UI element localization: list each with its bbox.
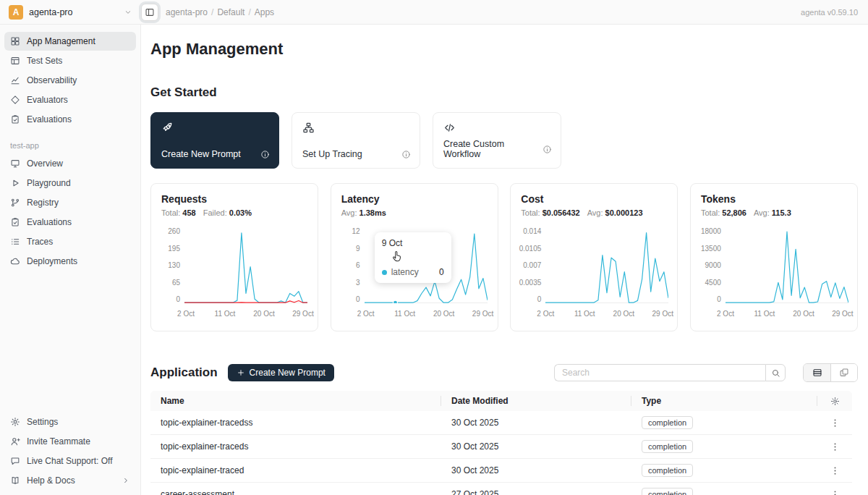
sidebar-item-invite-teammate[interactable]: Invite Teammate — [4, 432, 136, 451]
chart-plot[interactable]: 1296309 Octlatency0 — [341, 228, 488, 306]
sidebar-item-label: Deployments — [27, 256, 77, 266]
x-axis-tick: 20 Oct — [793, 310, 814, 318]
monitor-icon — [10, 158, 20, 169]
chart-plot-svg — [726, 228, 848, 303]
workspace-selector[interactable]: A agenta-pro — [0, 5, 141, 20]
gear-icon — [830, 397, 840, 406]
y-axis-tick: 0 — [537, 296, 542, 303]
sidebar-item-label: Test Sets — [27, 56, 62, 66]
type-cell: completion — [631, 416, 817, 429]
search-input[interactable] — [554, 364, 765, 381]
chart-plot-svg — [545, 228, 668, 303]
y-axis-tick: 0.007 — [523, 262, 541, 269]
chart-plot[interactable]: 260195130650 — [161, 228, 307, 306]
sidebar-item-label: Overview — [27, 158, 63, 169]
sidebar-item-observability[interactable]: Observability — [4, 71, 136, 90]
info-icon-wrap[interactable] — [401, 150, 411, 159]
y-axis-tick: 260 — [168, 228, 180, 235]
date-modified-cell: 30 Oct 2025 — [441, 441, 631, 452]
get-started-card-create-new-prompt[interactable]: Create New Prompt — [150, 112, 279, 169]
plus-icon — [237, 368, 245, 377]
breadcrumb: agenta-pro/Default/Apps — [166, 7, 274, 17]
workspace-avatar: A — [9, 5, 23, 20]
y-axis-tick: 9 — [356, 245, 360, 253]
breadcrumb-item-agenta-pro[interactable]: agenta-pro — [166, 7, 208, 17]
chart-stat: Avg: 1.38ms — [341, 208, 386, 218]
column-settings-button[interactable] — [817, 391, 852, 411]
sidebar-item-help-docs[interactable]: Help & Docs — [4, 471, 136, 490]
chart-stat: Failed: 0.03% — [203, 208, 252, 218]
row-actions-button[interactable] — [817, 489, 852, 495]
table-row-topic-explainer-traced[interactable]: topic-explainer-traced30 Oct 2025complet… — [150, 459, 852, 483]
app-name-cell: topic-explainer-tracedss — [150, 418, 441, 428]
sidebar-item-label: Traces — [27, 237, 53, 247]
x-axis-tick: 2 Oct — [357, 310, 375, 318]
x-axis-tick: 2 Oct — [537, 310, 554, 318]
chart-plot[interactable]: 1800013500900045000 — [701, 228, 847, 306]
sidebar-item-test-sets[interactable]: Test Sets — [4, 51, 136, 70]
card-view-button[interactable] — [830, 364, 857, 381]
chart-plot[interactable]: 0.0140.01050.0070.00350 — [521, 228, 667, 306]
view-toggle — [803, 363, 858, 382]
sidebar-item-evaluations[interactable]: Evaluations — [4, 110, 136, 129]
row-actions-button[interactable] — [817, 465, 852, 476]
breadcrumb-item-default[interactable]: Default — [217, 7, 244, 17]
sidebar-item-evaluations[interactable]: Evaluations — [4, 213, 136, 232]
chart-stat: Total: $0.056432 — [521, 208, 579, 218]
breadcrumb-item-apps[interactable]: Apps — [255, 7, 274, 17]
sidebar-item-traces[interactable]: Traces — [4, 232, 136, 251]
table-row-topic-explainer-tracedss[interactable]: topic-explainer-tracedss30 Oct 2025compl… — [150, 411, 852, 435]
table-row-career-assessment[interactable]: career-assessment27 Oct 2025completion — [150, 483, 852, 495]
info-icon — [260, 150, 270, 159]
chart-tooltip: 9 Octlatency0 — [375, 232, 451, 283]
sidebar-item-registry[interactable]: Registry — [4, 193, 136, 212]
tooltip-date: 9 Oct — [382, 238, 444, 248]
table-row-topic-explainer-traceds[interactable]: topic-explainer-traceds30 Oct 2025comple… — [150, 435, 852, 459]
user-plus-icon — [10, 436, 20, 447]
sidebar-item-label: App Management — [27, 36, 95, 46]
sidebar-item-overview[interactable]: Overview — [4, 154, 136, 173]
info-icon-wrap[interactable] — [542, 145, 552, 154]
chart-y-axis: 129630 — [341, 228, 365, 303]
table-view-button[interactable] — [804, 364, 830, 381]
info-icon-wrap[interactable] — [260, 150, 270, 159]
sidebar-item-app-management[interactable]: App Management — [4, 32, 136, 51]
date-modified-cell: 30 Oct 2025 — [441, 418, 631, 428]
breadcrumb-separator: / — [211, 7, 213, 17]
card-label: Create Custom Workflow — [443, 139, 542, 159]
sidebar-item-deployments[interactable]: Deployments — [4, 252, 136, 271]
gear-icon — [10, 417, 20, 427]
get-started-heading: Get Started — [150, 85, 858, 100]
type-cell: completion — [631, 440, 817, 453]
sidebar-item-live-chat-support-off[interactable]: Live Chat Support: Off — [4, 452, 136, 470]
chart-x-axis: 2 Oct11 Oct20 Oct29 Oct — [186, 310, 307, 320]
chart-stat: Total: 458 — [161, 208, 196, 218]
sidebar: App ManagementTest SetsObservabilityEval… — [0, 25, 141, 495]
book-icon — [10, 475, 20, 486]
code-icon — [443, 122, 456, 134]
sidebar-item-playground[interactable]: Playground — [4, 174, 136, 192]
y-axis-tick: 0 — [717, 296, 721, 303]
chart-title: Tokens — [701, 192, 847, 206]
row-actions-button[interactable] — [817, 441, 852, 452]
chart-title: Requests — [161, 192, 307, 206]
tooltip-series-value: 0 — [439, 267, 444, 277]
sidebar-item-label: Registry — [27, 198, 59, 208]
sidebar-item-label: Evaluations — [27, 114, 72, 124]
search-button[interactable] — [765, 364, 786, 381]
clipboard-check-icon — [10, 217, 20, 227]
create-new-prompt-button[interactable]: Create New Prompt — [228, 364, 334, 381]
branch-icon — [10, 198, 20, 208]
sidebar-item-label: Settings — [27, 417, 58, 427]
x-axis-tick: 2 Oct — [717, 310, 734, 318]
y-axis-tick: 12 — [352, 228, 360, 235]
y-axis-tick: 3 — [356, 279, 360, 287]
get-started-card-set-up-tracing[interactable]: Set Up Tracing — [292, 112, 420, 169]
row-actions-button[interactable] — [817, 418, 852, 428]
y-axis-tick: 0.0105 — [519, 245, 542, 253]
sidebar-item-settings[interactable]: Settings — [4, 412, 136, 431]
sidebar-item-evaluators[interactable]: Evaluators — [4, 90, 136, 109]
get-started-card-create-custom-workflow[interactable]: Create Custom Workflow — [433, 112, 561, 169]
sidebar-toggle-button[interactable] — [141, 4, 158, 21]
sidebar-item-label: Evaluators — [27, 95, 68, 105]
